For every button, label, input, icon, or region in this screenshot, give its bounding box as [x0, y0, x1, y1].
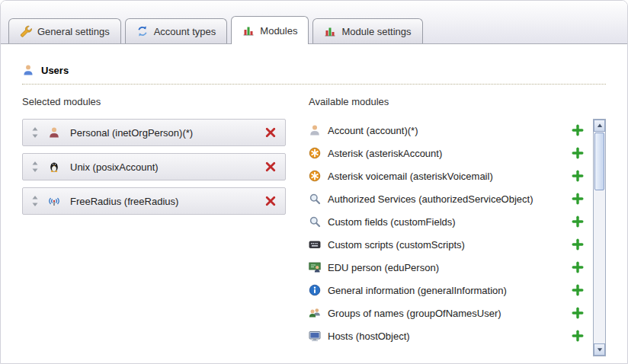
available-module-row: Custom fields (customFields): [309, 210, 593, 233]
selected-module-label: FreeRadius (freeRadius): [70, 196, 264, 207]
tab-module-settings[interactable]: Module settings: [312, 18, 422, 43]
available-module-label: Account (account)(*): [328, 125, 418, 136]
selected-modules-heading: Selected modules: [22, 96, 286, 107]
bar-chart-icon: [324, 25, 336, 37]
available-module-label: EDU person (eduPerson): [328, 262, 439, 273]
scrollbar-thumb[interactable]: [594, 133, 604, 190]
available-module-label: Authorized Services (authorizedServiceOb…: [328, 193, 533, 205]
available-module-row: Hosts (hostObject): [309, 324, 593, 347]
available-module-label: Asterisk (asteriskAccount): [328, 148, 442, 159]
selected-module-row-unix[interactable]: Unix (posixAccount): [22, 153, 286, 180]
selected-modules-column: Selected modules Personal (inetOrgPerson…: [22, 96, 286, 356]
add-module-button[interactable]: [572, 307, 584, 319]
add-module-button[interactable]: [572, 170, 584, 182]
add-module-button[interactable]: [572, 284, 584, 296]
available-module-label: Custom fields (customFields): [328, 216, 456, 228]
user-icon: [22, 64, 34, 76]
account-icon: [309, 124, 321, 136]
tab-label: Modules: [260, 25, 297, 37]
groups-icon: [309, 307, 321, 319]
tab-label: General settings: [37, 26, 110, 37]
asterisk-icon: [309, 147, 321, 159]
edu-person-icon: [309, 261, 321, 273]
available-modules-list: Account (account)(*) Asterisk (asteriskA…: [309, 119, 593, 356]
selected-module-label: Unix (posixAccount): [70, 161, 264, 173]
selected-module-row-freeradius[interactable]: FreeRadius (freeRadius): [22, 187, 286, 215]
available-module-row: Authorized Services (authorizedServiceOb…: [309, 187, 593, 210]
add-module-button[interactable]: [572, 147, 584, 159]
available-module-row: Groups of names (groupOfNamesUser): [309, 302, 593, 324]
available-module-label: Hosts (hostObject): [328, 330, 410, 342]
available-module-label: Groups of names (groupOfNamesUser): [328, 308, 501, 319]
available-module-row: Asterisk (asteriskAccount): [309, 142, 593, 164]
freeradius-icon: [48, 195, 60, 207]
available-modules-heading: Available modules: [309, 96, 606, 107]
tab-strip: General settings Account types Modules M…: [8, 16, 423, 43]
scroll-up-button[interactable]: [594, 120, 605, 132]
section-title: Users: [41, 65, 69, 76]
available-modules-column: Available modules Account (account)(*): [309, 96, 606, 356]
add-module-button[interactable]: [572, 330, 584, 342]
add-module-button[interactable]: [572, 238, 584, 251]
lam-configuration-page: General settings Account types Modules M…: [0, 0, 628, 364]
available-module-label: General information (generalInformation): [328, 285, 507, 296]
host-icon: [309, 330, 321, 342]
add-module-button[interactable]: [572, 193, 584, 205]
add-module-button[interactable]: [572, 124, 584, 136]
magnifier-icon: [309, 193, 321, 205]
available-modules-scrollbar[interactable]: [593, 119, 606, 356]
available-module-row: Custom scripts (customScripts): [309, 233, 593, 256]
bar-chart-icon: [242, 24, 255, 37]
add-module-button[interactable]: [572, 216, 584, 228]
available-module-row: General information (generalInformation): [309, 279, 593, 302]
magnifier-icon: [309, 216, 321, 228]
scrollbar-track[interactable]: [594, 132, 605, 343]
users-section-heading: Users: [22, 64, 606, 85]
tab-general-settings[interactable]: General settings: [8, 18, 121, 43]
remove-module-button[interactable]: [264, 126, 277, 139]
available-module-row: EDU person (eduPerson): [309, 256, 593, 279]
drag-handle-icon[interactable]: [31, 161, 39, 173]
wrench-icon: [20, 25, 32, 37]
selected-module-row-personal[interactable]: Personal (inetOrgPerson)(*): [22, 119, 286, 146]
keyboard-icon: [309, 238, 321, 251]
tab-account-types[interactable]: Account types: [125, 18, 228, 43]
selected-module-label: Personal (inetOrgPerson)(*): [70, 127, 264, 139]
available-module-row: Account (account)(*): [309, 119, 593, 142]
remove-module-button[interactable]: [264, 195, 277, 207]
tab-bar: General settings Account types Modules M…: [1, 1, 627, 44]
add-module-button[interactable]: [572, 261, 584, 273]
available-module-row: Asterisk voicemail (asteriskVoicemail): [309, 164, 593, 187]
personal-icon: [48, 126, 60, 139]
available-module-label: Asterisk voicemail (asteriskVoicemail): [328, 171, 493, 182]
drag-handle-icon[interactable]: [31, 126, 39, 139]
available-module-label: Custom scripts (customScripts): [328, 239, 465, 251]
tux-icon: [48, 161, 60, 173]
tab-label: Module settings: [341, 26, 411, 37]
modules-panel: Users Selected modules Personal (inetOrg…: [1, 44, 627, 356]
scroll-down-button[interactable]: [594, 343, 605, 356]
sync-icon: [136, 25, 149, 37]
tab-modules[interactable]: Modules: [231, 16, 309, 44]
info-icon: [309, 284, 321, 296]
remove-module-button[interactable]: [264, 161, 277, 173]
drag-handle-icon[interactable]: [31, 195, 39, 207]
asterisk-icon: [309, 170, 321, 182]
tab-label: Account types: [154, 26, 216, 37]
